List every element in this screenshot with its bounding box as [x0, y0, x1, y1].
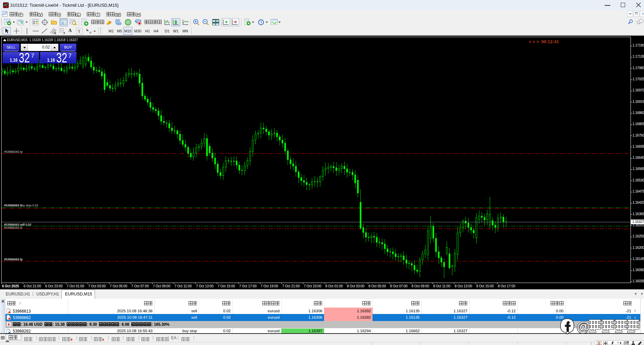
svg-text:E: E: [55, 32, 56, 34]
svg-text:F: F: [64, 32, 65, 34]
svg-text:T: T: [78, 29, 80, 34]
